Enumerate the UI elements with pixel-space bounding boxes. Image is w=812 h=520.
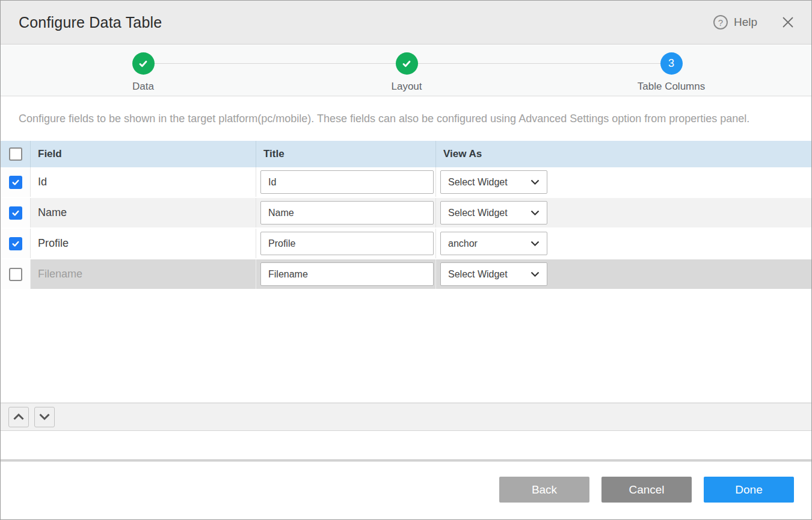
step-number-badge: 3 <box>660 52 683 75</box>
help-icon: ? <box>713 15 728 29</box>
done-button[interactable]: Done <box>704 477 794 503</box>
view-as-selected-value: Select Widget <box>448 208 531 218</box>
view-as-selected-value: Select Widget <box>448 269 531 280</box>
step-complete-icon <box>396 52 418 75</box>
step-data[interactable]: Data <box>95 52 191 93</box>
field-name: Id <box>38 176 47 188</box>
step-table-columns[interactable]: 3 Table Columns <box>623 52 719 93</box>
table-header-row: Field Title View As <box>1 141 811 167</box>
description-text: Configure fields to be shown in the targ… <box>19 113 793 125</box>
row-checkbox[interactable] <box>9 206 22 220</box>
row-checkbox[interactable] <box>9 268 22 281</box>
view-as-select[interactable]: Select Widget <box>440 170 547 194</box>
row-checkbox[interactable] <box>9 176 22 189</box>
column-header-field: Field <box>31 141 256 167</box>
view-as-select[interactable]: Select Widget <box>440 262 547 286</box>
table-row: Id Select Widget <box>1 167 811 198</box>
field-name: Filename <box>38 268 82 280</box>
close-button[interactable] <box>781 16 795 29</box>
title-input[interactable] <box>260 232 434 255</box>
view-as-select[interactable]: anchor <box>440 232 547 255</box>
chevron-down-icon <box>531 271 540 277</box>
row-checkbox[interactable] <box>9 237 22 250</box>
footer-divider <box>1 459 811 462</box>
chevron-down-icon <box>531 210 540 216</box>
title-input[interactable] <box>260 262 434 286</box>
table-row: Profile anchor <box>1 229 811 259</box>
view-as-selected-value: anchor <box>448 238 531 249</box>
chevron-down-icon <box>531 179 540 185</box>
dialog-titlebar: Configure Data Table ? Help <box>1 1 811 45</box>
table-row: Name Select Widget <box>1 198 811 229</box>
configure-data-table-dialog: Configure Data Table ? Help Data <box>0 0 812 520</box>
help-button[interactable]: ? Help <box>713 15 757 29</box>
chevron-up-icon <box>13 413 25 421</box>
column-header-view-as: View As <box>436 141 811 167</box>
help-label: Help <box>734 16 757 29</box>
view-as-select[interactable]: Select Widget <box>440 201 547 224</box>
select-all-checkbox[interactable] <box>9 147 22 161</box>
columns-table: Field Title View As Id Select Widget <box>1 141 811 290</box>
footer-actions: Back Cancel Done <box>499 477 794 503</box>
step-label: Data <box>95 81 191 93</box>
step-label: Table Columns <box>623 81 719 93</box>
chevron-down-icon <box>38 413 51 421</box>
move-down-button[interactable] <box>34 407 55 427</box>
back-button[interactable]: Back <box>499 477 589 503</box>
view-as-selected-value: Select Widget <box>448 177 531 188</box>
reorder-toolbar <box>1 403 811 431</box>
step-layout[interactable]: Layout <box>358 52 455 93</box>
table-row: Filename Select Widget <box>1 259 811 290</box>
step-label: Layout <box>358 81 455 93</box>
dialog-title: Configure Data Table <box>19 14 162 31</box>
move-up-button[interactable] <box>8 407 29 427</box>
column-header-title: Title <box>256 141 436 167</box>
field-name: Profile <box>38 237 69 250</box>
title-input[interactable] <box>260 201 434 224</box>
chevron-down-icon <box>531 241 540 247</box>
title-input[interactable] <box>260 170 434 194</box>
cancel-button[interactable]: Cancel <box>601 477 692 503</box>
close-icon <box>781 16 795 29</box>
wizard-stepper: Data Layout 3 Table Columns <box>1 45 811 96</box>
step-complete-icon <box>132 52 155 75</box>
field-name: Name <box>38 206 67 219</box>
